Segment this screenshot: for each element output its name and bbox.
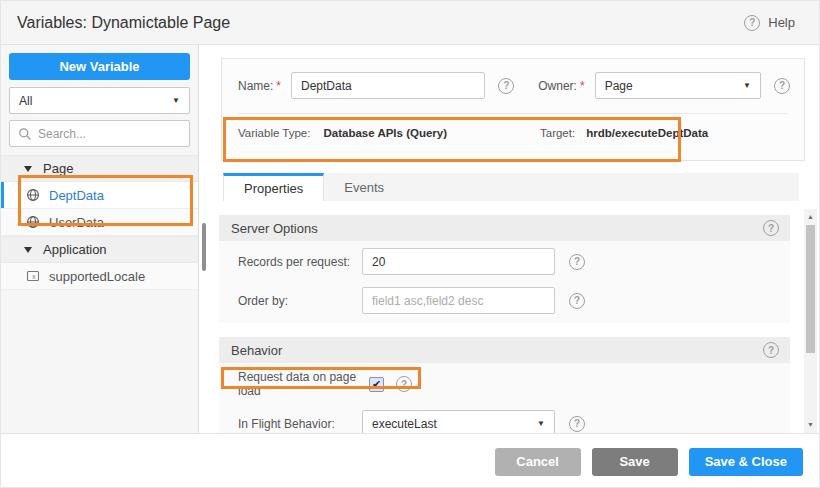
target-value: hrdb/executeDeptData: [586, 127, 708, 139]
variable-summary-panel: Name: * ? Owner: * Page ▼ ? Variable Typ…: [221, 58, 805, 161]
tree-group-page[interactable]: Page: [1, 155, 198, 182]
records-per-request-label: Records per request:: [238, 255, 362, 269]
records-per-request-row: Records per request: ?: [238, 248, 790, 275]
owner-help-icon[interactable]: ?: [774, 78, 790, 94]
check-icon: ✔: [372, 379, 381, 390]
globe-icon: [26, 215, 40, 229]
order-by-help-icon[interactable]: ?: [569, 293, 585, 309]
dialog-footer: Cancel Save Save & Close: [1, 433, 819, 488]
request-on-load-checkbox[interactable]: ✔: [369, 377, 384, 392]
variable-type-row: Variable Type: Database APIs (Query) Tar…: [238, 127, 788, 139]
behavior-title: Behavior: [231, 343, 282, 358]
order-by-row: Order by: ?: [238, 287, 790, 314]
behavior-header: Behavior ?: [219, 337, 790, 363]
help-icon: ?: [744, 15, 760, 31]
tree-group-label: Page: [43, 161, 73, 176]
tree-item-supportedlocale[interactable]: x supportedLocale: [1, 263, 198, 290]
tree-item-label: UserData: [49, 215, 104, 230]
caret-down-icon: [24, 247, 32, 253]
svg-text:x: x: [32, 273, 36, 280]
server-options-help-icon[interactable]: ?: [763, 220, 779, 236]
owner-select[interactable]: Page ▼: [595, 72, 761, 99]
server-options-title: Server Options: [231, 221, 318, 236]
variable-filter-select[interactable]: All ▼: [9, 87, 190, 114]
tab-events[interactable]: Events: [324, 173, 404, 201]
in-flight-help-icon[interactable]: ?: [569, 416, 585, 432]
name-owner-row: Name: * ? Owner: * Page ▼ ?: [238, 72, 790, 99]
name-input[interactable]: [291, 72, 485, 99]
cancel-button[interactable]: Cancel: [495, 448, 581, 476]
help-label: Help: [768, 15, 795, 30]
in-flight-select[interactable]: executeLast ▼: [362, 410, 555, 433]
required-asterisk: *: [276, 79, 281, 93]
dialog-header: Variables: Dynamictable Page ? Help: [1, 1, 819, 45]
variable-detail-panel: Name: * ? Owner: * Page ▼ ? Variable Typ…: [211, 45, 819, 433]
chevron-down-icon: ▼: [537, 419, 545, 428]
in-flight-label: In Flight Behavior:: [238, 417, 362, 431]
search-input[interactable]: [38, 127, 181, 141]
page-title: Variables: Dynamictable Page: [17, 14, 230, 32]
sidebar-scrollbar-thumb[interactable]: [202, 223, 206, 271]
records-help-icon[interactable]: ?: [569, 254, 585, 270]
properties-scrollbar-thumb[interactable]: [806, 225, 815, 353]
owner-label: Owner:: [538, 79, 577, 93]
search-box: [9, 120, 190, 147]
tab-properties[interactable]: Properties: [223, 173, 324, 201]
request-on-load-help-icon[interactable]: ?: [396, 376, 412, 392]
server-options-body: Records per request: ? Order by: ?: [219, 241, 790, 323]
scroll-up-icon[interactable]: ▲: [804, 211, 817, 223]
variable-icon: x: [26, 269, 40, 283]
behavior-body: Request data on page load ✔ ? In Flight …: [219, 363, 790, 433]
tree-item-label: DeptData: [49, 188, 104, 203]
in-flight-value: executeLast: [372, 417, 437, 431]
variables-dialog: Variables: Dynamictable Page ? Help New …: [0, 0, 820, 488]
variable-filter-value: All: [19, 94, 32, 108]
chevron-down-icon: ▼: [743, 81, 751, 90]
variable-type-label: Variable Type:: [238, 127, 310, 139]
properties-panel: Server Options ? Records per request: ? …: [219, 201, 790, 433]
caret-down-icon: [24, 166, 32, 172]
save-close-button[interactable]: Save & Close: [689, 448, 803, 476]
server-options-section: Server Options ? Records per request: ? …: [219, 215, 790, 323]
in-flight-row: In Flight Behavior: executeLast ▼ ?: [238, 410, 790, 433]
properties-scrollbar: ▲ ▼: [804, 209, 817, 433]
tree-group-label: Application: [43, 242, 107, 257]
name-label: Name:: [238, 79, 273, 93]
behavior-help-icon[interactable]: ?: [763, 342, 779, 358]
required-asterisk: *: [580, 79, 585, 93]
records-per-request-input[interactable]: [362, 248, 555, 275]
tree-group-application[interactable]: Application: [1, 236, 198, 263]
request-on-load-label: Request data on page load: [238, 370, 362, 398]
variable-type-value: Database APIs (Query): [323, 127, 447, 139]
sidebar-controls: New Variable All ▼: [1, 45, 198, 147]
request-on-load-row: Request data on page load ✔ ?: [238, 370, 790, 398]
chevron-down-icon: ▼: [172, 96, 180, 105]
globe-icon: [26, 188, 40, 202]
tree-item-label: supportedLocale: [49, 269, 145, 284]
scroll-down-icon[interactable]: ▼: [804, 419, 817, 431]
server-options-header: Server Options ?: [219, 215, 790, 241]
save-button[interactable]: Save: [592, 448, 678, 476]
behavior-section: Behavior ? Request data on page load ✔ ?: [219, 337, 790, 433]
tree-item-deptdata[interactable]: DeptData: [1, 182, 198, 209]
order-by-input[interactable]: [362, 287, 555, 314]
help-button[interactable]: ? Help: [744, 15, 795, 31]
variables-tree: Page DeptData UserData: [1, 155, 198, 290]
dialog-body: New Variable All ▼ Page: [1, 45, 819, 433]
divider: [238, 113, 788, 114]
search-icon: [18, 127, 32, 141]
owner-value: Page: [605, 79, 633, 93]
tree-item-userdata[interactable]: UserData: [1, 209, 198, 236]
tab-bar: Properties Events: [223, 173, 799, 201]
variables-sidebar: New Variable All ▼ Page: [1, 45, 199, 433]
name-help-icon[interactable]: ?: [498, 78, 514, 94]
order-by-label: Order by:: [238, 294, 362, 308]
new-variable-button[interactable]: New Variable: [9, 53, 190, 80]
target-label: Target:: [540, 127, 575, 139]
